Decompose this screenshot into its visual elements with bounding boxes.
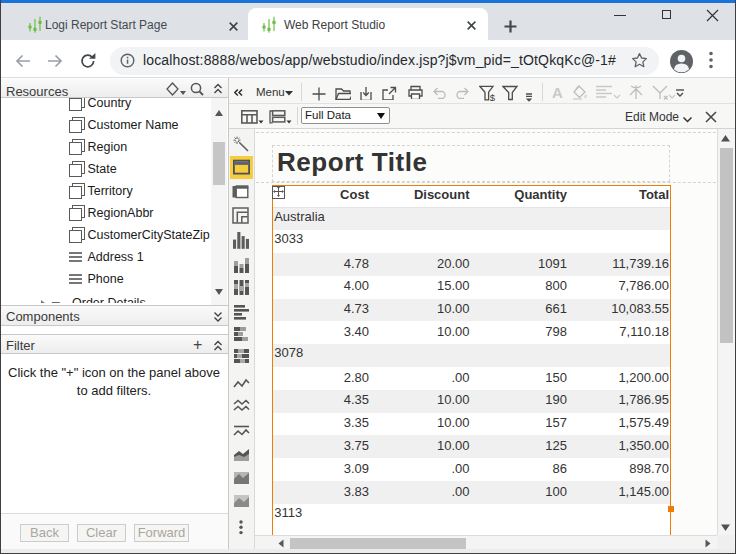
svg-text:$: $: [489, 92, 495, 101]
